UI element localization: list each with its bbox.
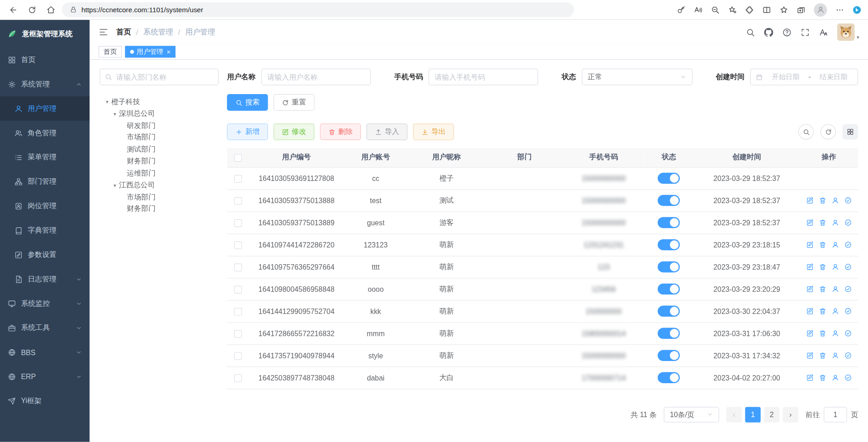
assign-role-icon[interactable] (844, 329, 852, 337)
reset-password-icon[interactable] (831, 196, 839, 204)
sidebar-item-system-monitor[interactable]: 系统监控 (0, 291, 90, 316)
delete-user-icon[interactable] (819, 241, 826, 248)
add-button[interactable]: 新增 (227, 124, 268, 140)
sidebar-item-erp[interactable]: ERP (0, 364, 90, 389)
sidebar-item-role-management[interactable]: 角色管理 (0, 121, 90, 145)
assign-role-icon[interactable] (844, 219, 852, 226)
close-icon[interactable]: × (166, 48, 171, 55)
browser-profile-avatar[interactable] (814, 3, 827, 16)
search-button[interactable]: 搜索 (227, 94, 268, 111)
sidebar-item-menu-management[interactable]: 菜单管理 (0, 145, 90, 170)
tree-node[interactable]: ▾深圳总公司 (100, 108, 218, 119)
sidebar-item-log-management[interactable]: 日志管理 (0, 267, 90, 291)
search-icon[interactable] (746, 28, 755, 37)
reset-button[interactable]: 重置 (274, 94, 315, 111)
edit-user-icon[interactable] (806, 307, 814, 315)
status-toggle[interactable] (658, 350, 680, 361)
prev-page-button[interactable]: ‹ (726, 407, 742, 422)
status-toggle[interactable] (658, 261, 680, 272)
row-checkbox[interactable] (234, 308, 242, 315)
browser-star-icon[interactable] (779, 5, 788, 14)
edit-user-icon[interactable] (806, 219, 814, 226)
reset-password-icon[interactable] (831, 352, 839, 359)
export-button[interactable]: 导出 (413, 124, 454, 140)
status-toggle[interactable] (658, 284, 680, 295)
browser-star-plus-icon[interactable] (728, 5, 737, 14)
page-size-select[interactable]: 10条/页 (664, 407, 719, 422)
sidebar-item-param-settings[interactable]: 参数设置 (0, 242, 90, 267)
edit-user-icon[interactable] (806, 352, 814, 359)
edit-user-icon[interactable] (806, 285, 814, 293)
tree-node[interactable]: 运维部门 (100, 167, 218, 179)
avatar[interactable] (837, 23, 855, 41)
edit-user-icon[interactable] (806, 374, 814, 381)
row-checkbox[interactable] (234, 219, 242, 227)
row-checkbox[interactable] (234, 263, 242, 271)
row-checkbox[interactable] (234, 285, 242, 293)
edit-user-icon[interactable] (806, 196, 814, 204)
status-toggle[interactable] (658, 173, 680, 184)
sidebar-item-dept-management[interactable]: 部门管理 (0, 170, 90, 194)
sidebar-item-system-management[interactable]: 系统管理 (0, 72, 90, 96)
delete-user-icon[interactable] (819, 219, 826, 226)
row-checkbox[interactable] (234, 352, 242, 360)
delete-user-icon[interactable] (819, 329, 826, 337)
status-toggle[interactable] (658, 372, 680, 383)
tree-node[interactable]: 研发部门 (100, 119, 218, 131)
reset-password-icon[interactable] (831, 219, 839, 226)
browser-reload-icon[interactable] (28, 5, 37, 14)
sidebar-item-dict-management[interactable]: 字典管理 (0, 218, 90, 242)
browser-home-icon[interactable] (47, 5, 56, 14)
github-icon[interactable] (764, 28, 774, 37)
next-page-button[interactable]: › (783, 407, 798, 422)
reset-password-icon[interactable] (831, 285, 839, 293)
import-button[interactable]: 导入 (366, 124, 408, 140)
sidebar-item-post-management[interactable]: 岗位管理 (0, 194, 90, 218)
assign-role-icon[interactable] (844, 285, 852, 293)
status-toggle[interactable] (658, 306, 680, 317)
fullscreen-icon[interactable] (801, 28, 810, 37)
tree-node[interactable]: 市场部门 (100, 191, 218, 203)
table-refresh-button[interactable] (821, 124, 836, 139)
date-range-picker[interactable]: 开始日期 - 结束日期 (750, 69, 858, 86)
assign-role-icon[interactable] (844, 307, 852, 315)
tree-node[interactable]: ▾江西总公司 (100, 179, 218, 191)
delete-button[interactable]: 删除 (320, 124, 361, 140)
row-checkbox[interactable] (234, 241, 242, 249)
table-search-button[interactable] (798, 124, 814, 139)
delete-user-icon[interactable] (819, 374, 826, 381)
tree-node[interactable]: 测试部门 (100, 143, 218, 155)
sidebar-item-bbs[interactable]: BBS (0, 340, 90, 364)
edit-user-icon[interactable] (806, 329, 814, 337)
page-number-button[interactable]: 1 (745, 407, 760, 422)
reset-password-icon[interactable] (831, 329, 839, 337)
delete-user-icon[interactable] (819, 307, 826, 315)
url-bar[interactable]: https://ccnetcore.com:1101/system/user (62, 2, 574, 17)
browser-back-icon[interactable] (9, 5, 18, 14)
tree-node[interactable]: 财务部门 (100, 203, 218, 215)
font-size-icon[interactable] (819, 28, 829, 37)
caret-down-icon[interactable]: ▾ (111, 182, 119, 188)
tree-node[interactable]: ▾橙子科技 (100, 96, 218, 108)
delete-user-icon[interactable] (819, 196, 826, 204)
tab-user-management[interactable]: 用户管理× (125, 46, 175, 58)
browser-split-icon[interactable] (762, 5, 771, 14)
tab-home[interactable]: 首页 (99, 46, 122, 58)
sidebar-item-home[interactable]: 首页 (0, 48, 90, 72)
status-toggle[interactable] (658, 328, 680, 339)
browser-collections-icon[interactable] (797, 5, 806, 14)
browser-read-aloud-icon[interactable] (694, 5, 703, 14)
status-toggle[interactable] (658, 195, 680, 206)
status-toggle[interactable] (658, 217, 680, 228)
row-checkbox[interactable] (234, 374, 242, 382)
caret-down-icon[interactable]: ▾ (111, 110, 119, 116)
row-checkbox[interactable] (234, 197, 242, 204)
caret-down-icon[interactable]: ▾ (103, 99, 111, 105)
username-input[interactable] (261, 69, 371, 86)
breadcrumb-item[interactable]: 首页 (116, 27, 131, 37)
tree-node[interactable]: 财务部门 (100, 155, 218, 167)
dept-search-input[interactable] (100, 69, 218, 86)
delete-user-icon[interactable] (819, 285, 826, 293)
assign-role-icon[interactable] (844, 374, 852, 381)
sidebar-item-user-management[interactable]: 用户管理 (0, 96, 90, 121)
